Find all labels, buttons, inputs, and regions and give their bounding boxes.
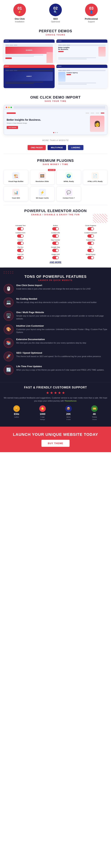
addon-flip-box-toggle[interactable] <box>17 249 24 252</box>
feature-docs-title: Extensive Documentation <box>16 338 86 341</box>
nav-dot-3 <box>57 132 58 133</box>
plugin-yoast-icon: 📊 <box>12 189 20 196</box>
demo-1-person <box>47 52 53 63</box>
support-text: We earned many positive feedbacks and su… <box>4 396 107 403</box>
btn-landing[interactable]: LANDING <box>68 145 83 150</box>
addon-day-counter-toggle[interactable] <box>52 242 59 245</box>
feature-no-coding-text: No Coding Needed You can simply drag and… <box>16 298 97 304</box>
addon-modal-popup-toggle[interactable] <box>87 256 94 259</box>
and-more-link[interactable]: AND MORE <box>4 259 107 266</box>
support-text-content: We earned many positive feedbacks and su… <box>4 397 107 402</box>
plugin-page-builder: 🏗️ Visual Page Builder <box>4 170 28 185</box>
demo-card-4[interactable]: Creative Agency <box>56 65 107 88</box>
badge-01: 01 ⚡ One Click Installation <box>9 4 30 23</box>
addon-circle-progress: Circle Progress <box>74 225 107 230</box>
badge-01-icon: ⚡ <box>18 10 22 14</box>
launch-section: Launch Your Unique Website Today BUY THE… <box>0 427 111 453</box>
plugin-wpml-name: WPML Ready <box>58 181 80 182</box>
plugin-w3-name: W3 Super Cache <box>32 197 53 199</box>
addon-content-carousel-toggle[interactable] <box>87 235 94 238</box>
plugin-yoast-name: Yoast SEO <box>5 197 27 199</box>
addon-circle-progress-toggle[interactable] <box>87 227 94 230</box>
addon-google-map-label: Google Map <box>51 246 60 248</box>
elementor-addon-title: POWERFUL ELEMENTOR ADDON <box>5 209 106 213</box>
buy-theme-button[interactable]: BUY THEME <box>41 440 70 447</box>
badge-03-label: Professional <box>85 18 98 21</box>
premium-plugins-subtitle: SAVE MONEY / TIME <box>2 163 109 165</box>
feature-seo-icon: 🚀 <box>4 351 13 362</box>
addon-button-toggle[interactable] <box>52 227 59 230</box>
badge-03-num: 03 <box>89 6 93 10</box>
addon-contact-info-toggle[interactable] <box>52 235 59 238</box>
badge-03-sub: Support <box>88 21 95 23</box>
mockup-cta-btn[interactable]: Get Started <box>7 126 18 129</box>
btn-one-pager[interactable]: ONE PAGER <box>28 145 46 150</box>
addon-contact-form-toggle[interactable] <box>17 235 24 238</box>
feature-docs-desc: We tried give you the clear documentatio… <box>16 341 86 344</box>
stat-ratings-number: 1000 <box>40 412 45 415</box>
addon-day-counter-label: Day Counter <box>51 239 60 241</box>
perfect-demos-title: PERFECT DEMOS <box>2 29 109 33</box>
stat-elite-number: Elite <box>14 412 19 415</box>
feature-seo-text: SEO / Speed Optimized This theme built b… <box>16 351 101 358</box>
plugin-page-builder-icon: 🏗️ <box>12 172 20 180</box>
btn-multi-page[interactable]: MULTI-PAGE <box>48 145 66 150</box>
support-title: FAST & FRIENDLY CUSTOMER SUPPORT <box>4 386 107 389</box>
stat-items-number: 20K <box>66 412 71 415</box>
premium-plugins-title: PREMIUM PLUGINS <box>2 159 109 163</box>
addon-modal-popup: Modal Popup <box>74 253 107 259</box>
plugin-wpml: 🌍 WPML Ready <box>56 170 81 185</box>
addon-icon-list-toggle[interactable] <box>17 256 24 259</box>
feature-multipage-title: One / Multi Page Website <box>16 311 107 314</box>
feature-no-coding: 💻 No Coding Needed You can simply drag a… <box>4 298 107 307</box>
stat-tickets-number: 4K <box>93 412 96 415</box>
stat-ratings-icon: ⭐ <box>39 405 46 412</box>
addon-google-map-toggle[interactable] <box>52 249 59 252</box>
addon-feature-box-toggle[interactable] <box>87 242 94 245</box>
feature-multipage-icon: 🖥️ <box>4 311 13 321</box>
badge-03-icon: 👤 <box>89 10 93 14</box>
nav-dot-2 <box>55 132 56 133</box>
addon-animated-text-toggle[interactable] <box>17 227 24 230</box>
nav-dot-1 <box>53 132 54 133</box>
feature-no-coding-title: No Coding Needed <box>16 298 97 300</box>
addon-contact-form-label: Contact Form <box>16 232 25 234</box>
addon-icon-list-label: Icon List <box>18 253 24 255</box>
plugins-section: 🏗️ Visual Page Builder SAVE $55 🎞️ Revol… <box>0 167 111 205</box>
addon-counter: Counter <box>4 239 37 245</box>
stat-ratings-label: 5 star <box>40 416 45 418</box>
feature-updates-desc: When you buy a copy of the theme you gai… <box>16 368 104 371</box>
badge-03-circle: 03 👤 <box>85 4 98 16</box>
addon-icon-toggle[interactable] <box>87 249 94 252</box>
feature-multipage: 🖥️ One / Multi Page Website Simple way t… <box>4 311 107 321</box>
premium-plugins-header: PREMIUM PLUGINS SAVE MONEY / TIME <box>0 154 111 167</box>
plugin-contact-form: 💬 Contact Form 7 <box>56 186 81 201</box>
feature-docs-text: Extensive Documentation We tried give yo… <box>16 338 86 344</box>
feature-one-click-text: One Click Demo Import Install demo data … <box>16 284 91 290</box>
feature-customizer-icon: 🎨 <box>4 324 13 334</box>
badge-02-label: SEO <box>53 18 58 21</box>
feature-docs: 📚 Extensive Documentation We tried give … <box>4 338 107 348</box>
star-3: ★ <box>54 391 57 395</box>
star-4: ★ <box>58 391 61 395</box>
one-click-demo-title: ONE CLICK DEMO IMPORT <box>2 95 109 99</box>
perfect-demos-subtitle: CHOICE YOURS <box>2 34 109 36</box>
addon-image-grid-label: Image Grid <box>52 253 60 255</box>
demo-card-3[interactable]: AGENCY <box>4 65 55 88</box>
mockup-content: Better Insights for Business. Simple & C… <box>4 110 107 134</box>
demo-card-2[interactable]: Better Insightsfor Business. <box>56 39 107 63</box>
demo-card-1[interactable]: BUSINESS <box>4 39 55 63</box>
stat-elite-icon: 🏆 <box>13 405 20 412</box>
stat-ratings: ⭐ 1000 5 star Ratings <box>39 405 46 420</box>
badge-03: 03 👤 Professional Support <box>81 4 102 23</box>
plugin-html-rtl: 📄 HTML & RTL Ready <box>83 170 108 185</box>
mockup-person-col: 👩 <box>90 116 104 132</box>
addon-content-carousel-label: Content Carousel <box>84 232 97 234</box>
addon-circle-progress-label: Circle Progress <box>85 225 96 226</box>
addon-modal-popup-label: Modal Popup <box>86 253 95 255</box>
addon-image-grid-toggle[interactable] <box>52 256 59 259</box>
addon-counter-toggle[interactable] <box>17 242 24 245</box>
features-sub: LAUNCH ON QUICK WEBSITE <box>4 279 107 281</box>
plugin-slider-name: Revolution Slider <box>32 181 53 182</box>
themeforest-link[interactable]: Themeforest <box>64 400 76 402</box>
